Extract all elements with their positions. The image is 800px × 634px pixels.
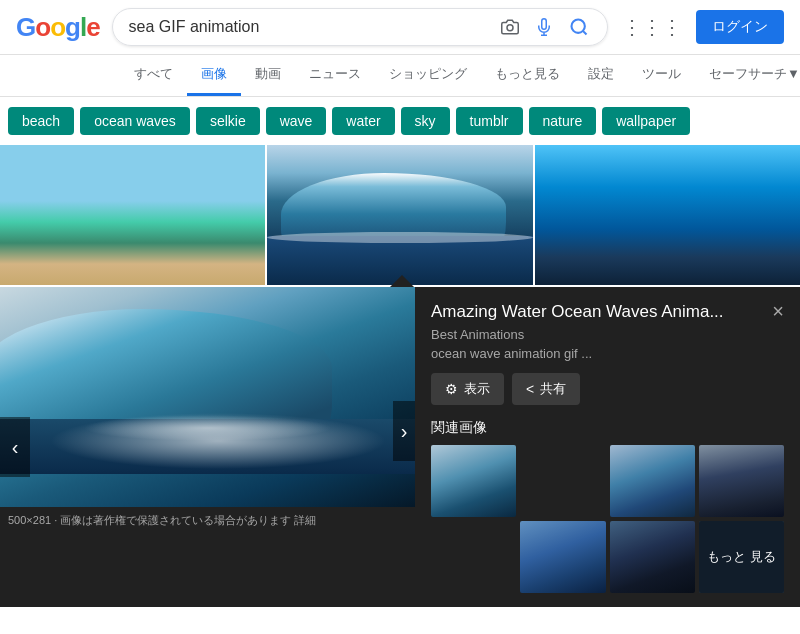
header-right: ⋮⋮⋮ ログイン	[620, 10, 784, 44]
prev-image-button[interactable]: ‹	[0, 417, 30, 477]
filter-wallpaper[interactable]: wallpaper	[602, 107, 690, 135]
filter-ocean-waves[interactable]: ocean waves	[80, 107, 190, 135]
tab-shopping[interactable]: ショッピング	[375, 55, 481, 96]
filter-wave[interactable]: wave	[266, 107, 327, 135]
grid-image-2[interactable]	[267, 145, 532, 285]
tab-safesearch[interactable]: セーフサーチ▼	[695, 55, 800, 96]
view-label: 表示	[464, 380, 490, 398]
grid-image-3[interactable]	[535, 145, 800, 285]
related-thumb-3[interactable]	[610, 445, 695, 517]
filter-sky[interactable]: sky	[401, 107, 450, 135]
related-thumb-1[interactable]	[431, 445, 516, 517]
share-icon: <	[526, 381, 534, 397]
google-logo: Google	[16, 12, 100, 43]
grid-image-1[interactable]	[0, 145, 265, 285]
info-actions: ⚙ 表示 < 共有	[431, 373, 784, 405]
related-thumb-6[interactable]	[520, 521, 605, 593]
share-label: 共有	[540, 380, 566, 398]
detail-panel: ‹ 500×281 · 画像は著作権で保護されている場合があります 詳細 › A…	[0, 287, 800, 607]
info-panel: Amazing Water Ocean Waves Anima... × Bes…	[415, 287, 800, 607]
filter-water[interactable]: water	[332, 107, 394, 135]
related-thumb-2[interactable]	[520, 445, 605, 517]
related-thumb-5[interactable]	[431, 521, 516, 593]
preview-left: ‹ 500×281 · 画像は著作権で保護されている場合があります 詳細 ›	[0, 287, 415, 607]
info-source: Best Animations	[431, 327, 784, 342]
svg-line-2	[583, 31, 587, 35]
search-input[interactable]	[129, 18, 491, 36]
tab-news[interactable]: ニュース	[295, 55, 375, 96]
related-thumb-7[interactable]	[610, 521, 695, 593]
more-overlay: もっと 見る	[699, 521, 784, 593]
tab-tools[interactable]: ツール	[628, 55, 695, 96]
apps-icon[interactable]: ⋮⋮⋮	[620, 13, 684, 41]
filter-tumblr[interactable]: tumblr	[456, 107, 523, 135]
filter-bar: beach ocean waves selkie wave water sky …	[0, 97, 800, 145]
filter-nature[interactable]: nature	[529, 107, 597, 135]
search-bar	[112, 8, 608, 46]
related-thumb-more[interactable]: もっと 見る	[699, 521, 784, 593]
tab-settings[interactable]: 設定	[574, 55, 628, 96]
view-icon: ⚙	[445, 381, 458, 397]
camera-icon[interactable]	[499, 16, 521, 38]
info-description: ocean wave animation gif ...	[431, 346, 784, 361]
related-thumb-4[interactable]	[699, 445, 784, 517]
tab-more[interactable]: もっと見る	[481, 55, 574, 96]
info-header: Amazing Water Ocean Waves Anima... ×	[431, 301, 784, 323]
view-button[interactable]: ⚙ 表示	[431, 373, 504, 405]
filter-selkie[interactable]: selkie	[196, 107, 260, 135]
search-icons	[499, 15, 591, 39]
svg-point-1	[572, 20, 585, 33]
close-button[interactable]: ×	[772, 301, 784, 321]
nav-tabs: すべて 画像 動画 ニュース ショッピング もっと見る 設定 ツール セーフサー…	[0, 55, 800, 97]
login-button[interactable]: ログイン	[696, 10, 784, 44]
svg-point-0	[507, 25, 513, 31]
tab-all[interactable]: すべて	[120, 55, 187, 96]
microphone-icon[interactable]	[533, 16, 555, 38]
preview-caption: 500×281 · 画像は著作権で保護されている場合があります 詳細	[0, 507, 415, 534]
related-label: 関連画像	[431, 419, 784, 437]
next-image-button[interactable]: ›	[393, 401, 415, 461]
related-grid: もっと 見る	[431, 445, 784, 593]
filter-beach[interactable]: beach	[8, 107, 74, 135]
share-button[interactable]: < 共有	[512, 373, 580, 405]
tab-video[interactable]: 動画	[241, 55, 295, 96]
info-title: Amazing Water Ocean Waves Anima...	[431, 301, 724, 323]
header: Google	[0, 0, 800, 55]
tab-images[interactable]: 画像	[187, 55, 241, 96]
search-icon[interactable]	[567, 15, 591, 39]
image-grid-top	[0, 145, 800, 287]
preview-image[interactable]	[0, 287, 415, 507]
